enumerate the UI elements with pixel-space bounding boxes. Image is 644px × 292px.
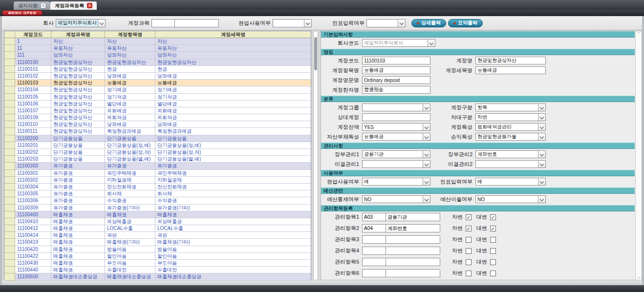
table-row[interactable]: 11100306유가증권수익증권수익증권 xyxy=(4,197,311,204)
table-row[interactable]: 11100104현금및현금성자산정기예금정기예금 xyxy=(4,86,311,93)
panel-scrollbar[interactable]: ⌃ ⌄ xyxy=(635,31,642,280)
tab-notice[interactable]: 공지사항 ✕ xyxy=(14,1,50,10)
table-row[interactable]: 11100109현금및현금성자산외화적금외화적금 xyxy=(4,114,311,121)
table-row[interactable]: 11100101현금및현금성자산현금현금 xyxy=(4,66,311,73)
mgmt-item-name-field[interactable] xyxy=(386,269,440,277)
mgmt-item-code-field[interactable] xyxy=(362,247,386,255)
account-trait-select[interactable]: 원화예적금관리 xyxy=(475,123,546,131)
mgmt-item-name-field[interactable] xyxy=(386,213,440,221)
slip-entry-panel-select[interactable]: 예 xyxy=(475,178,546,186)
budget-control-select[interactable]: NO xyxy=(362,195,430,203)
open-mgmt1-select[interactable] xyxy=(362,160,430,168)
book-mgmt1-select[interactable]: 금융기관 xyxy=(362,150,430,158)
table-row[interactable]: 11100301유가증권국민주택채권국민주택채권 xyxy=(4,170,311,177)
table-row[interactable]: 11100440매출채권수출대전수출대전 xyxy=(4,267,311,273)
mgmt-item-row: 관리항목4차변대변 xyxy=(321,247,635,255)
table-row[interactable]: 111당좌자산당좌자산당좌자산 xyxy=(4,52,311,59)
scroll-down-icon[interactable]: ⌄ xyxy=(637,274,641,279)
table-row[interactable]: 11100500매출채권대손충당금매출채권대손충당금매출채권대손충당금 xyxy=(4,273,311,280)
menu-open-button[interactable]: MENU OPEN xyxy=(2,10,43,16)
table-row[interactable]: 11100105현금및현금성자산정기적금정기적금 xyxy=(4,94,311,101)
close-icon[interactable]: ✕ xyxy=(87,3,92,8)
book-mgmt2-select[interactable]: 계좌번호 xyxy=(475,150,546,158)
checkbox-unchecked[interactable] xyxy=(466,237,472,243)
checkbox-unchecked[interactable] xyxy=(466,271,472,276)
tab-account-registration[interactable]: 계정과목등록 ✕ xyxy=(50,1,97,10)
detail-print-button[interactable]: 상세출력 xyxy=(411,19,446,27)
table-row[interactable]: 11100107현금및현금성자산외화예금외화예금 xyxy=(4,107,311,114)
table-row[interactable]: 11100106현금및현금성자산별단예금별단예금 xyxy=(4,101,311,107)
table-row[interactable]: 11100422매출채권할인어음할인어음 xyxy=(4,253,311,260)
account-name-input[interactable] xyxy=(175,19,219,27)
table-row[interactable]: 11100300유가증권유가증권유가증권 xyxy=(4,163,311,169)
english-name-field[interactable] xyxy=(362,76,430,84)
counter-account-field[interactable] xyxy=(362,113,430,121)
checkbox-unchecked[interactable] xyxy=(490,248,496,254)
mgmt-item-name-field[interactable] xyxy=(386,224,440,232)
debit-credit-division-select[interactable]: 차변 xyxy=(475,113,546,121)
table-row[interactable]: 11100302유가증권지하철공채지하철공채 xyxy=(4,177,311,184)
account-code-field[interactable] xyxy=(362,57,430,64)
scroll-up-icon[interactable]: ⌃ xyxy=(637,32,641,37)
checkbox-checked[interactable]: ✓ xyxy=(466,226,472,231)
account-division-select[interactable]: 항목 xyxy=(475,104,546,111)
mgmt-item-code-field[interactable] xyxy=(362,269,386,277)
table-row[interactable]: 1자산자산자산 xyxy=(4,38,311,45)
account-code-input[interactable] xyxy=(151,19,175,27)
table-row[interactable]: 11100414매출채권국판국판 xyxy=(4,232,311,239)
mgmt-item-name-field[interactable] xyxy=(386,258,440,266)
account-balance-select[interactable]: YES xyxy=(362,123,430,131)
mgmt-item-code-field[interactable] xyxy=(362,235,386,244)
account-name-field[interactable] xyxy=(475,57,546,64)
checkbox-unchecked[interactable] xyxy=(490,237,496,243)
table-row[interactable]: 11100309유가증권유가증권(기타)유가증권(기타) xyxy=(4,205,311,211)
hanja-name-field[interactable] xyxy=(362,86,430,94)
field-use-select[interactable] xyxy=(273,19,312,27)
checkbox-checked[interactable]: ✓ xyxy=(466,214,472,220)
table-row[interactable]: 11100100현금및현금성자산현금및현금성자산현금및현금성자산 xyxy=(4,59,311,66)
table-row[interactable]: 11100202단기금융상품단기금융상품(정,적)단기금융상품(정,적) xyxy=(4,149,311,156)
company-select[interactable]: 제일저지주식회사 xyxy=(56,19,106,27)
budget-carryover-select[interactable]: NO xyxy=(475,195,546,203)
table-row[interactable]: 11100111현금및현금성자산특정현금과예금특정현금과예금 xyxy=(4,128,311,135)
mgmt-item-code-field[interactable] xyxy=(362,213,386,221)
checkbox-checked[interactable]: ✓ xyxy=(490,226,496,231)
field-use-panel-select[interactable]: 예 xyxy=(362,178,430,186)
table-row[interactable]: 11100420매출채권받을어음받을어음 xyxy=(4,246,311,253)
table-row[interactable]: 11100430매출채권부도어음부도어음 xyxy=(4,260,311,267)
mgmt-item-name-field[interactable] xyxy=(386,247,440,255)
checkbox-checked[interactable]: ✓ xyxy=(490,214,496,220)
mgmt-item-code-field[interactable] xyxy=(362,258,386,266)
table-scrollbar[interactable] xyxy=(313,31,318,280)
item-name-field[interactable] xyxy=(362,66,430,74)
profit-loss-trait-select[interactable]: 현금및현금등가물 xyxy=(475,133,546,141)
mgmt-item-code-field[interactable] xyxy=(362,224,386,232)
table-row[interactable]: 11100110현금및현금성자산당좌예금당좌예금 xyxy=(4,121,311,128)
account-group-select[interactable] xyxy=(362,104,430,111)
checkbox-unchecked[interactable] xyxy=(490,271,496,276)
table-row[interactable]: 11100410매출채권외상매출금외상매출금 xyxy=(4,218,311,225)
checkbox-unchecked[interactable] xyxy=(466,259,472,265)
scrollbar-thumb[interactable] xyxy=(314,37,317,70)
table-row[interactable]: 11100304유가증권전신전화채권전신전화채권 xyxy=(4,184,311,190)
table-row[interactable]: 11유동자산유동자산유동자산 xyxy=(4,45,311,52)
table-row[interactable]: 11100400매출채권매출채권매출채권 xyxy=(4,211,311,218)
open-mgmt2-select[interactable] xyxy=(475,160,546,168)
checkbox-unchecked[interactable] xyxy=(466,248,472,254)
table-row[interactable]: 11100305유가증권회사채회사채 xyxy=(4,190,311,197)
detail-name-field[interactable] xyxy=(475,66,546,74)
close-icon[interactable]: ✕ xyxy=(41,3,46,8)
summary-print-button[interactable]: 요약출력 xyxy=(448,19,483,27)
table-row[interactable]: 11100200단기금융상품단기금융상품단기금융상품 xyxy=(4,135,311,142)
table-row[interactable]: 11100419매출채권매출채권(기타)매출채권(기타) xyxy=(4,239,311,246)
mgmt-item-name-field[interactable] xyxy=(386,235,440,244)
asset-liability-trait-select[interactable]: 보통예금 xyxy=(362,133,430,141)
table-row[interactable]: 11100103현금및현금성자산보통예금보통예금 xyxy=(4,80,311,86)
company-code-select[interactable]: 제일저지주식회사 xyxy=(362,39,435,47)
checkbox-unchecked[interactable] xyxy=(490,259,496,265)
table-row[interactable]: 11100102현금및현금성자산당좌예금당좌예금 xyxy=(4,73,311,80)
table-row[interactable]: 11100201단기금융상품단기금융상품(정,예)단기금융상품(정,예) xyxy=(4,142,311,149)
table-row[interactable]: 11100203단기금융상품단기금융상품(별,예)단기금융상품(별,예) xyxy=(4,156,311,163)
slip-entry-select[interactable] xyxy=(366,19,406,27)
table-row[interactable]: 11100412매출채권LOCAL수출LOCAL수출 xyxy=(4,225,311,232)
